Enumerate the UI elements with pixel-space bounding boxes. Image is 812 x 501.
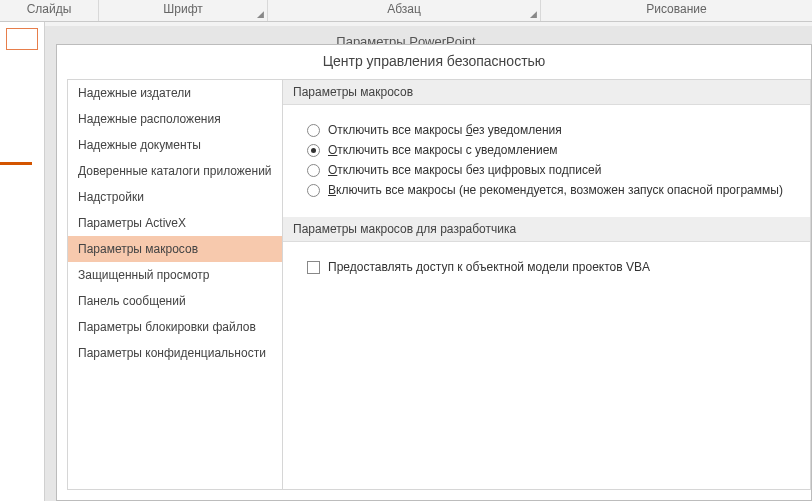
nav-item[interactable]: Надежные расположения xyxy=(68,106,282,132)
nav-item[interactable]: Надежные документы xyxy=(68,132,282,158)
ribbon-group-labels: Слайды Шрифт ◢ Абзац ◢ Рисование xyxy=(0,0,812,22)
ribbon-group-font: Шрифт ◢ xyxy=(99,0,267,21)
nav-item[interactable]: Панель сообщений xyxy=(68,288,282,314)
radio-option[interactable]: Отключить все макросы без цифровых подпи… xyxy=(307,163,792,177)
ribbon-group-paragraph: Абзац ◢ xyxy=(268,0,540,21)
slide-thumbnail-panel xyxy=(0,22,45,501)
radio-label: Отключить все макросы с уведомлением xyxy=(328,143,558,157)
radio-label: Отключить все макросы без цифровых подпи… xyxy=(328,163,601,177)
nav-item[interactable]: Доверенные каталоги приложений xyxy=(68,158,282,184)
ribbon-group-label: Рисование xyxy=(646,2,706,16)
ribbon-group-drawing: Рисование xyxy=(541,0,812,21)
dialog-title: Центр управления безопасностью xyxy=(57,45,811,79)
nav-item[interactable]: Параметры блокировки файлов xyxy=(68,314,282,340)
section-header-macros: Параметры макросов xyxy=(283,80,810,105)
slide-thumbnail[interactable] xyxy=(6,28,38,50)
radio-option[interactable]: Включить все макросы (не рекомендуется, … xyxy=(307,183,792,197)
ribbon-group-label: Шрифт xyxy=(163,2,202,16)
checkbox-vba-object-model[interactable]: Предоставлять доступ к объектной модели … xyxy=(307,260,792,274)
trust-center-nav: Надежные издателиНадежные расположенияНа… xyxy=(67,79,283,490)
ribbon-group-label: Абзац xyxy=(387,2,421,16)
radio-option[interactable]: Отключить все макросы без уведомления xyxy=(307,123,792,137)
radio-label: Включить все макросы (не рекомендуется, … xyxy=(328,183,783,197)
radio-option[interactable]: Отключить все макросы с уведомлением xyxy=(307,143,792,157)
checkbox-icon xyxy=(307,261,320,274)
dialog-launcher-icon[interactable]: ◢ xyxy=(255,9,265,19)
trust-center-content: Параметры макросов Отключить все макросы… xyxy=(283,79,811,490)
nav-item[interactable]: Параметры конфиденциальности xyxy=(68,340,282,366)
nav-item[interactable]: Параметры макросов xyxy=(68,236,282,262)
nav-item[interactable]: Параметры ActiveX xyxy=(68,210,282,236)
nav-item[interactable]: Защищенный просмотр xyxy=(68,262,282,288)
nav-item[interactable]: Надстройки xyxy=(68,184,282,210)
radio-icon xyxy=(307,124,320,137)
dialog-launcher-icon[interactable]: ◢ xyxy=(528,9,538,19)
radio-icon xyxy=(307,184,320,197)
nav-item[interactable]: Надежные издатели xyxy=(68,80,282,106)
section-header-dev-macros: Параметры макросов для разработчика xyxy=(283,217,810,242)
trust-center-dialog: Центр управления безопасностью Надежные … xyxy=(56,44,812,501)
radio-icon xyxy=(307,164,320,177)
radio-label: Отключить все макросы без уведомления xyxy=(328,123,562,137)
checkbox-label: Предоставлять доступ к объектной модели … xyxy=(328,260,650,274)
ribbon-group-slides: Слайды xyxy=(0,0,98,21)
slide-divider xyxy=(0,162,32,165)
ribbon-group-label: Слайды xyxy=(27,2,72,16)
radio-icon xyxy=(307,144,320,157)
